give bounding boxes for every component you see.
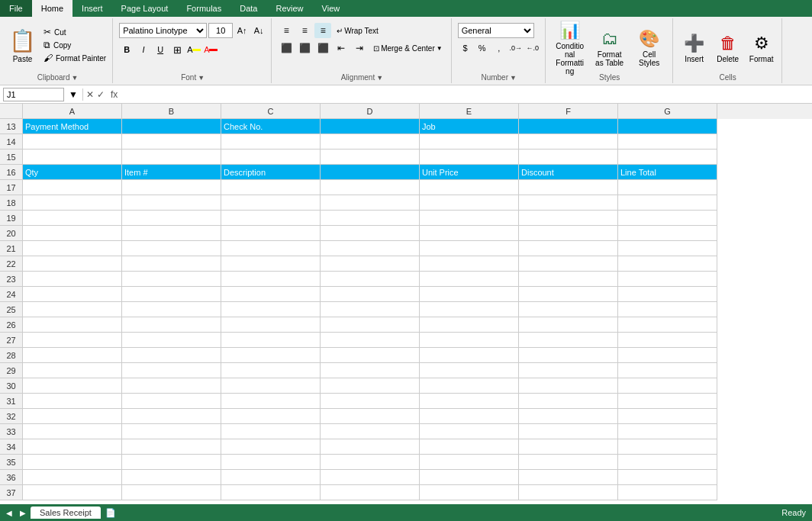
cell[interactable] [519, 470, 618, 485]
align-top-right-button[interactable]: ≡ [314, 23, 331, 38]
cell[interactable] [420, 211, 519, 226]
cell[interactable] [122, 378, 221, 394]
cell[interactable] [23, 287, 122, 302]
cell[interactable] [420, 180, 519, 195]
cell[interactable] [321, 272, 420, 287]
cell-16-a[interactable]: Qty [23, 165, 122, 180]
cell[interactable] [321, 348, 420, 363]
cell[interactable] [23, 256, 122, 272]
tab-review[interactable]: Review [266, 0, 312, 17]
cell[interactable] [618, 394, 717, 409]
format-cells-button[interactable]: ⚙ Format [746, 25, 777, 71]
tab-file[interactable]: File [0, 0, 32, 17]
cell[interactable] [221, 455, 321, 470]
cell[interactable] [519, 195, 618, 211]
cell[interactable] [221, 470, 321, 485]
italic-button[interactable]: I [136, 42, 151, 57]
cell[interactable] [420, 455, 519, 470]
cell[interactable] [519, 211, 618, 226]
cell[interactable] [321, 302, 420, 317]
cell[interactable] [321, 424, 420, 439]
cell[interactable] [23, 195, 122, 211]
cell[interactable] [420, 363, 519, 378]
cell[interactable] [618, 363, 717, 378]
tab-home[interactable]: Home [32, 0, 72, 17]
cell[interactable] [618, 485, 717, 500]
cell[interactable] [122, 409, 221, 424]
cell[interactable] [122, 226, 221, 241]
tab-data[interactable]: Data [230, 0, 266, 17]
cell[interactable] [122, 256, 221, 272]
cell[interactable] [618, 241, 717, 256]
tab-formulas[interactable]: Formulas [177, 0, 230, 17]
cell[interactable] [519, 485, 618, 500]
paste-button[interactable]: 📋 Paste [6, 23, 39, 69]
col-header-a[interactable]: A [23, 104, 122, 119]
cell[interactable] [221, 424, 321, 439]
cell[interactable] [221, 241, 321, 256]
cell[interactable] [618, 211, 717, 226]
copy-button[interactable]: ⧉ Copy [40, 39, 109, 51]
cell[interactable] [321, 211, 420, 226]
cell-15-c[interactable] [221, 150, 321, 165]
tab-view[interactable]: View [313, 0, 350, 17]
cell[interactable] [221, 256, 321, 272]
cell[interactable] [321, 409, 420, 424]
cell[interactable] [23, 180, 122, 195]
cell[interactable] [519, 241, 618, 256]
align-right-button[interactable]: ⬛ [314, 40, 331, 56]
cell[interactable] [122, 180, 221, 195]
cell-reference-input[interactable] [3, 88, 64, 101]
cell[interactable] [221, 394, 321, 409]
cell[interactable] [122, 485, 221, 500]
cell[interactable] [321, 180, 420, 195]
cell[interactable] [122, 317, 221, 333]
cell-14-f[interactable] [519, 134, 618, 150]
cell[interactable] [23, 333, 122, 348]
cell[interactable] [122, 439, 221, 455]
cell[interactable] [23, 302, 122, 317]
cell-16-g[interactable]: Line Total [618, 165, 717, 180]
font-name-select[interactable]: Palatino Linotype [119, 23, 207, 38]
cell[interactable] [221, 363, 321, 378]
cell[interactable] [321, 317, 420, 333]
cell[interactable] [321, 226, 420, 241]
cell[interactable] [23, 470, 122, 485]
cell[interactable] [519, 363, 618, 378]
cell[interactable] [420, 241, 519, 256]
cell[interactable] [618, 180, 717, 195]
cell[interactable] [420, 226, 519, 241]
border-button[interactable]: ⊞ [169, 42, 185, 57]
cell[interactable] [618, 348, 717, 363]
decrease-decimal-button[interactable]: ←.0 [525, 40, 540, 56]
cell[interactable] [420, 485, 519, 500]
cell[interactable] [519, 272, 618, 287]
cell-15-e[interactable] [420, 150, 519, 165]
cell[interactable] [618, 439, 717, 455]
cell[interactable] [420, 287, 519, 302]
cell[interactable] [618, 455, 717, 470]
cell[interactable] [321, 287, 420, 302]
font-color-button[interactable]: A [203, 42, 218, 57]
cell[interactable] [221, 302, 321, 317]
format-painter-button[interactable]: 🖌 Format Painter [40, 52, 109, 64]
cell[interactable] [618, 317, 717, 333]
cell[interactable] [221, 439, 321, 455]
cell[interactable] [618, 195, 717, 211]
cell-styles-button[interactable]: 🎨 Cell Styles [631, 25, 668, 71]
cell[interactable] [420, 424, 519, 439]
cell[interactable] [221, 211, 321, 226]
cell[interactable] [420, 256, 519, 272]
cell[interactable] [420, 378, 519, 394]
cell[interactable] [618, 256, 717, 272]
cell[interactable] [321, 378, 420, 394]
cell[interactable] [122, 195, 221, 211]
cell[interactable] [519, 180, 618, 195]
cell[interactable] [420, 272, 519, 287]
cell[interactable] [221, 348, 321, 363]
cell[interactable] [321, 455, 420, 470]
cell[interactable] [321, 394, 420, 409]
cell[interactable] [23, 424, 122, 439]
cell[interactable] [122, 272, 221, 287]
cell[interactable] [221, 333, 321, 348]
